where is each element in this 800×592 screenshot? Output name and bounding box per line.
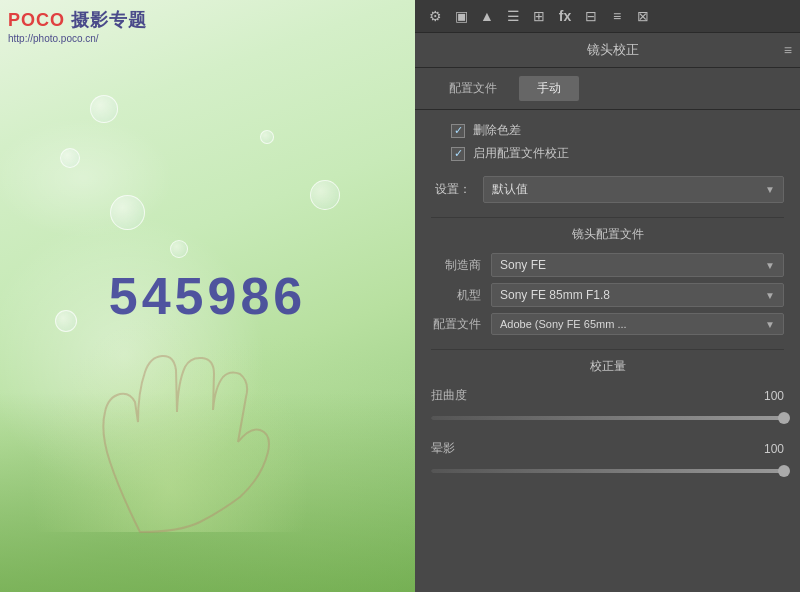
settings-row: 设置： 默认值 ▼ bbox=[431, 176, 784, 203]
profile-file-label: 配置文件 bbox=[431, 316, 491, 333]
settings-label: 设置： bbox=[435, 181, 475, 198]
manufacturer-label: 制造商 bbox=[431, 257, 491, 274]
tool-icon-list[interactable]: ☰ bbox=[503, 6, 523, 26]
panel-title: 镜头校正 bbox=[443, 41, 784, 59]
watermark-url: http://photo.poco.cn/ bbox=[8, 33, 147, 44]
vignette-fill bbox=[431, 469, 784, 473]
watermark-brand: POCO 摄影专题 bbox=[8, 8, 147, 32]
manufacturer-arrow: ▼ bbox=[765, 260, 775, 271]
distortion-label: 扭曲度 bbox=[431, 387, 467, 404]
vignette-value: 100 bbox=[764, 442, 784, 456]
tool-icon-export[interactable]: ⊠ bbox=[633, 6, 653, 26]
manufacturer-row: 制造商 Sony FE ▼ bbox=[431, 253, 784, 277]
panel-header: 镜头校正 ≡ bbox=[415, 33, 800, 68]
tab-profile[interactable]: 配置文件 bbox=[431, 76, 515, 101]
vignette-slider-header: 晕影 100 bbox=[431, 440, 784, 457]
toolbar: ⚙ ▣ ▲ ☰ ⊞ fx ⊟ ≡ ⊠ bbox=[415, 0, 800, 33]
watermark: POCO 摄影专题 http://photo.poco.cn/ bbox=[8, 8, 147, 44]
checkbox-profile-row: 启用配置文件校正 bbox=[431, 145, 784, 162]
checkbox-profile-correction[interactable] bbox=[451, 147, 465, 161]
checkbox-chromatic-label: 删除色差 bbox=[473, 122, 521, 139]
vignette-thumb[interactable] bbox=[778, 465, 790, 477]
checkbox-profile-label: 启用配置文件校正 bbox=[473, 145, 569, 162]
distortion-track-bg bbox=[431, 416, 784, 420]
settings-dropdown-arrow: ▼ bbox=[765, 184, 775, 195]
panel-content: 删除色差 启用配置文件校正 设置： 默认值 ▼ 镜头配置文件 制造商 Sony … bbox=[415, 110, 800, 592]
distortion-slider-header: 扭曲度 100 bbox=[431, 387, 784, 404]
bubble bbox=[110, 195, 145, 230]
panel-menu-icon[interactable]: ≡ bbox=[784, 42, 792, 58]
profile-file-arrow: ▼ bbox=[765, 319, 775, 330]
manufacturer-value: Sony FE bbox=[500, 258, 546, 272]
bubble bbox=[170, 240, 188, 258]
checkbox-chromatic[interactable] bbox=[451, 124, 465, 138]
control-panel: ⚙ ▣ ▲ ☰ ⊞ fx ⊟ ≡ ⊠ 镜头校正 ≡ 配置文件 手动 删除色差 启… bbox=[415, 0, 800, 592]
model-label: 机型 bbox=[431, 287, 491, 304]
vignette-slider-container: 晕影 100 bbox=[431, 440, 784, 479]
distortion-slider-container: 扭曲度 100 bbox=[431, 387, 784, 426]
hand-illustration bbox=[40, 312, 300, 542]
lens-profile-title: 镜头配置文件 bbox=[431, 226, 784, 243]
model-value: Sony FE 85mm F1.8 bbox=[500, 288, 610, 302]
model-arrow: ▼ bbox=[765, 290, 775, 301]
checkbox-chromatic-row: 删除色差 bbox=[431, 122, 784, 139]
divider-2 bbox=[431, 349, 784, 350]
bubble bbox=[90, 95, 118, 123]
tool-icon-settings[interactable]: ⚙ bbox=[425, 6, 445, 26]
bubble bbox=[260, 130, 274, 144]
distortion-value: 100 bbox=[764, 389, 784, 403]
checkbox-section: 删除色差 启用配置文件校正 bbox=[431, 122, 784, 162]
bubble bbox=[310, 180, 340, 210]
tool-icon-fx[interactable]: fx bbox=[555, 6, 575, 26]
distortion-thumb[interactable] bbox=[778, 412, 790, 424]
model-row: 机型 Sony FE 85mm F1.8 ▼ bbox=[431, 283, 784, 307]
vignette-track-bg bbox=[431, 469, 784, 473]
vignette-label: 晕影 bbox=[431, 440, 455, 457]
tool-icon-grid[interactable]: ⊞ bbox=[529, 6, 549, 26]
tool-icon-histogram[interactable]: ▣ bbox=[451, 6, 471, 26]
photo-panel: POCO 摄影专题 http://photo.poco.cn/ 545986 bbox=[0, 0, 415, 592]
distortion-fill bbox=[431, 416, 784, 420]
tool-icon-layers[interactable]: ⊟ bbox=[581, 6, 601, 26]
settings-value: 默认值 bbox=[492, 181, 528, 198]
profile-file-row: 配置文件 Adobe (Sony FE 65mm ... ▼ bbox=[431, 313, 784, 335]
distortion-track[interactable] bbox=[431, 410, 784, 426]
lens-profile-table: 制造商 Sony FE ▼ 机型 Sony FE 85mm F1.8 ▼ 配置文… bbox=[431, 253, 784, 335]
manufacturer-dropdown[interactable]: Sony FE ▼ bbox=[491, 253, 784, 277]
divider-1 bbox=[431, 217, 784, 218]
bubble bbox=[60, 148, 80, 168]
model-dropdown[interactable]: Sony FE 85mm F1.8 ▼ bbox=[491, 283, 784, 307]
settings-dropdown[interactable]: 默认值 ▼ bbox=[483, 176, 784, 203]
tool-icon-curve[interactable]: ▲ bbox=[477, 6, 497, 26]
tab-manual[interactable]: 手动 bbox=[519, 76, 579, 101]
tool-icon-adjustments[interactable]: ≡ bbox=[607, 6, 627, 26]
vignette-track[interactable] bbox=[431, 463, 784, 479]
profile-file-dropdown[interactable]: Adobe (Sony FE 65mm ... ▼ bbox=[491, 313, 784, 335]
correction-title: 校正量 bbox=[431, 358, 784, 375]
photo-sample-number: 545986 bbox=[109, 266, 307, 326]
tabs-row: 配置文件 手动 bbox=[415, 68, 800, 110]
profile-file-value: Adobe (Sony FE 65mm ... bbox=[500, 318, 627, 330]
